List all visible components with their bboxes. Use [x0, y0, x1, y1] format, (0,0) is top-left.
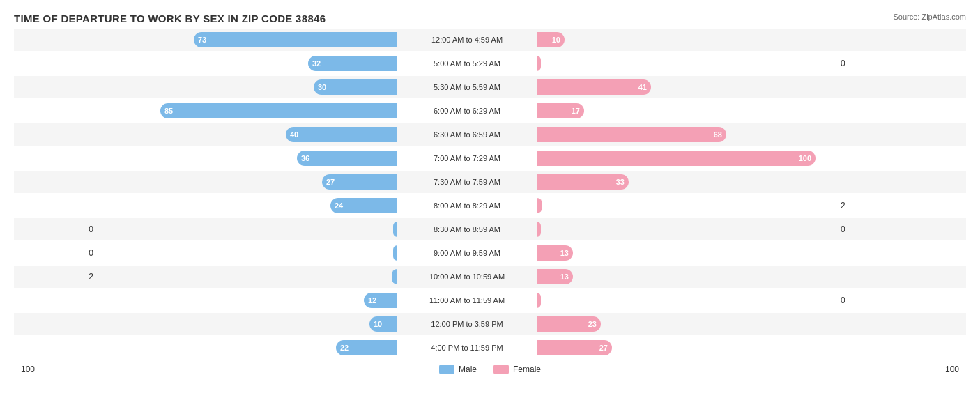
- female-bar: 27: [537, 340, 612, 355]
- female-bar-label: 23: [588, 320, 597, 328]
- male-bar-wrap: 36: [98, 151, 397, 166]
- female-bar: 68: [537, 127, 726, 142]
- male-bar: [393, 245, 397, 261]
- time-label: 11:00 AM to 11:59 AM: [397, 296, 537, 305]
- male-bar: 30: [314, 79, 397, 95]
- chart-row: 73 12:00 AM to 4:59 AM 10: [14, 29, 966, 51]
- time-label: 8:30 AM to 8:59 AM: [397, 225, 537, 233]
- female-bar-wrap: 68: [537, 127, 836, 142]
- male-bar: 85: [160, 103, 397, 118]
- male-bar-label: 85: [164, 107, 173, 115]
- time-label: 12:00 AM to 4:59 AM: [397, 36, 537, 44]
- chart-row: 85 6:00 AM to 6:29 AM 17: [14, 100, 966, 122]
- female-bar-wrap: 100: [537, 151, 836, 166]
- chart-container: TIME OF DEPARTURE TO WORK BY SEX IN ZIP …: [0, 0, 980, 395]
- male-bar-label: 36: [301, 154, 309, 162]
- female-bar-label: 68: [714, 130, 722, 139]
- male-value: 2: [14, 272, 98, 282]
- male-bar-wrap: 85: [98, 103, 397, 118]
- female-bar: 33: [537, 174, 629, 190]
- chart-row: 12 11:00 AM to 11:59 AM 0: [14, 289, 966, 312]
- male-bar: 27: [322, 174, 397, 190]
- male-bar-label: 40: [290, 130, 298, 139]
- time-label: 6:00 AM to 6:29 AM: [397, 107, 537, 115]
- female-bar-wrap: 10: [537, 32, 836, 47]
- female-bar-wrap: 33: [537, 174, 836, 190]
- female-bar-label: 41: [638, 83, 647, 91]
- male-bar: 22: [336, 340, 397, 355]
- female-bar-label: 17: [572, 107, 580, 115]
- female-bar: 13: [537, 245, 573, 261]
- female-bar-wrap: [537, 198, 836, 213]
- female-bar: [537, 56, 541, 71]
- footer-left-value: 100: [21, 365, 35, 374]
- male-bar-wrap: 40: [98, 127, 397, 142]
- time-label: 8:00 AM to 8:29 AM: [397, 201, 537, 210]
- legend-female-label: Female: [513, 365, 541, 374]
- female-bar-wrap: 23: [537, 316, 836, 332]
- female-bar-wrap: 13: [537, 269, 836, 284]
- time-label: 7:00 AM to 7:29 AM: [397, 154, 537, 162]
- male-bar: [393, 222, 397, 237]
- female-bar: 17: [537, 103, 584, 118]
- female-bar-wrap: 13: [537, 245, 836, 261]
- female-bar-wrap: [537, 56, 836, 71]
- male-bar-label: 22: [340, 344, 349, 352]
- male-bar: 36: [297, 151, 397, 166]
- chart-title: TIME OF DEPARTURE TO WORK BY SEX IN ZIP …: [14, 13, 966, 24]
- chart-row: 10 12:00 PM to 3:59 PM 23: [14, 313, 966, 335]
- time-label: 10:00 AM to 10:59 AM: [397, 273, 537, 281]
- chart-row: 27 7:30 AM to 7:59 AM 33: [14, 171, 966, 193]
- male-bar-wrap: 10: [98, 316, 397, 332]
- chart-row: 40 6:30 AM to 6:59 AM 68: [14, 123, 966, 146]
- chart-row: 36 7:00 AM to 7:29 AM 100: [14, 147, 966, 169]
- time-label: 5:30 AM to 5:59 AM: [397, 83, 537, 91]
- chart-row: 0 9:00 AM to 9:59 AM 13: [14, 242, 966, 264]
- source-text: Source: ZipAtlas.com: [893, 13, 966, 21]
- chart-row: 24 8:00 AM to 8:29 AM 2: [14, 194, 966, 217]
- female-bar: 13: [537, 269, 573, 284]
- legend-female-box: [493, 365, 509, 374]
- female-bar-label: 100: [799, 154, 811, 162]
- time-label: 6:30 AM to 6:59 AM: [397, 130, 537, 139]
- male-bar: 40: [286, 127, 397, 142]
- chart-row: 22 4:00 PM to 11:59 PM 27: [14, 337, 966, 359]
- male-bar-wrap: 32: [98, 56, 397, 71]
- time-label: 4:00 PM to 11:59 PM: [397, 344, 537, 352]
- legend: Male Female: [439, 365, 541, 374]
- time-label: 12:00 PM to 3:59 PM: [397, 320, 537, 328]
- female-bar-label: 27: [599, 344, 608, 352]
- female-bar: [537, 222, 541, 237]
- female-bar-label: 33: [616, 178, 625, 186]
- female-bar: [537, 198, 542, 213]
- male-bar-wrap: [98, 245, 397, 261]
- male-bar-label: 24: [335, 201, 343, 210]
- female-bar-label: 10: [552, 36, 560, 44]
- chart-area: 73 12:00 AM to 4:59 AM 10 32 5:00 AM to …: [14, 29, 966, 359]
- male-bar-wrap: 24: [98, 198, 397, 213]
- male-bar-wrap: [98, 269, 397, 284]
- female-bar-label: 13: [560, 273, 569, 281]
- male-bar-wrap: 22: [98, 340, 397, 355]
- female-bar: 23: [537, 316, 601, 332]
- female-bar: 100: [537, 151, 816, 166]
- male-bar-label: 73: [198, 36, 206, 44]
- chart-row: 0 8:30 AM to 8:59 AM 0: [14, 218, 966, 240]
- male-value: 0: [14, 248, 98, 258]
- male-bar: 73: [194, 32, 397, 47]
- female-bar-wrap: [537, 293, 836, 308]
- female-bar-wrap: 41: [537, 79, 836, 95]
- female-value: 0: [836, 296, 878, 305]
- chart-row: 2 10:00 AM to 10:59 AM 13: [14, 266, 966, 288]
- time-label: 9:00 AM to 9:59 AM: [397, 249, 537, 257]
- male-bar-wrap: 30: [98, 79, 397, 95]
- time-label: 5:00 AM to 5:29 AM: [397, 59, 537, 68]
- male-bar: [392, 269, 397, 284]
- male-bar-wrap: 73: [98, 32, 397, 47]
- male-bar-wrap: [98, 222, 397, 237]
- male-bar-wrap: 12: [98, 293, 397, 308]
- male-bar: 12: [364, 293, 397, 308]
- female-bar-label: 13: [560, 249, 569, 257]
- legend-female: Female: [493, 365, 541, 374]
- male-bar-label: 32: [312, 59, 321, 68]
